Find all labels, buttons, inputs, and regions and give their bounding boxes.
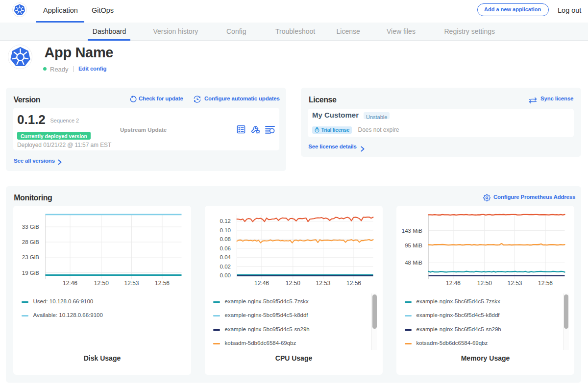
- svg-text:0.00: 0.00: [220, 272, 231, 278]
- svg-text:0.08: 0.08: [220, 236, 231, 242]
- svg-text:12:46: 12:46: [63, 280, 77, 287]
- svg-text:28 GiB: 28 GiB: [22, 239, 39, 245]
- svg-text:0.02: 0.02: [220, 264, 231, 269]
- svg-text:33 GiB: 33 GiB: [22, 224, 39, 230]
- svg-text:48 MiB: 48 MiB: [405, 260, 422, 266]
- svg-text:12:50: 12:50: [286, 280, 300, 287]
- svg-text:12:56: 12:56: [155, 280, 170, 287]
- svg-text:12:53: 12:53: [316, 280, 330, 287]
- svg-text:143 MiB: 143 MiB: [402, 228, 423, 234]
- svg-text:12:46: 12:46: [254, 280, 269, 287]
- svg-text:12:56: 12:56: [346, 280, 361, 287]
- svg-text:19 GiB: 19 GiB: [22, 270, 39, 276]
- svg-text:12:53: 12:53: [124, 280, 139, 287]
- svg-text:95 MiB: 95 MiB: [405, 243, 422, 248]
- svg-text:12:56: 12:56: [538, 280, 553, 287]
- svg-text:12:53: 12:53: [507, 280, 522, 287]
- svg-text:0.12: 0.12: [220, 218, 231, 224]
- svg-text:0.10: 0.10: [220, 227, 231, 233]
- svg-text:12:46: 12:46: [446, 280, 461, 287]
- svg-text:23 GiB: 23 GiB: [22, 254, 39, 260]
- svg-text:12:50: 12:50: [94, 280, 109, 287]
- svg-text:0.06: 0.06: [220, 245, 231, 251]
- svg-text:12:50: 12:50: [477, 280, 492, 287]
- svg-text:0.04: 0.04: [220, 254, 231, 260]
